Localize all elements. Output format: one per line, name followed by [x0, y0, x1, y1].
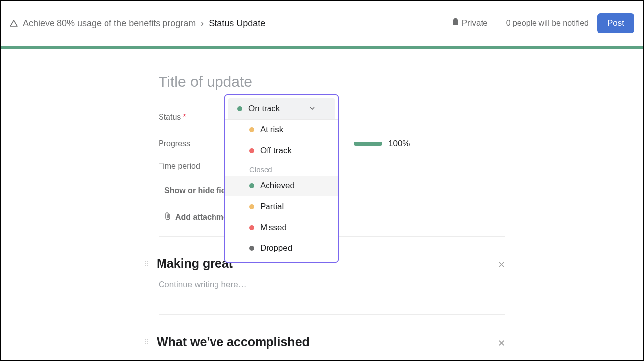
status-option-achieved[interactable]: Achieved	[225, 176, 338, 196]
add-attachment-button[interactable]: Add attachment	[159, 209, 235, 225]
status-option-partial[interactable]: Partial	[225, 196, 338, 217]
chevron-down-icon	[309, 104, 315, 114]
breadcrumb: Achieve 80% usage of the benefits progra…	[10, 18, 452, 29]
chevron-right-icon: ›	[201, 18, 204, 29]
status-dot-icon	[249, 148, 254, 153]
show-hide-fields-button[interactable]: Show or hide field	[159, 183, 233, 198]
status-dot-icon	[249, 127, 254, 132]
breadcrumb-parent[interactable]: Achieve 80% usage of the benefits progra…	[23, 18, 196, 29]
status-field-label: Status*	[159, 113, 230, 121]
status-dot-icon	[237, 106, 242, 111]
status-group-closed-label: Closed	[225, 161, 338, 176]
attachment-icon	[164, 212, 171, 222]
title-input[interactable]: Title of update	[159, 73, 505, 90]
goal-icon	[10, 20, 18, 27]
time-period-field-label: Time period	[159, 162, 230, 171]
status-option-dropped[interactable]: Dropped	[225, 238, 338, 259]
section-body-input[interactable]: Continue writing here…	[159, 280, 505, 290]
status-option-missed[interactable]: Missed	[225, 217, 338, 238]
status-dot-icon	[249, 204, 254, 209]
status-dot-icon	[249, 246, 254, 251]
progress-bar	[354, 142, 382, 146]
breadcrumb-current: Status Update	[209, 18, 265, 29]
lock-icon	[452, 18, 459, 28]
progress-percent: 100%	[388, 139, 410, 149]
divider	[159, 314, 505, 315]
notify-count[interactable]: 0 people will be notified	[506, 19, 589, 28]
section-title[interactable]: What we've accomplished	[157, 335, 310, 349]
section-body-input[interactable]: What have you achieved since the last up…	[159, 358, 505, 361]
status-option-on-track[interactable]: On track	[228, 98, 335, 119]
close-icon[interactable]: ✕	[498, 259, 505, 270]
divider	[497, 16, 497, 30]
progress-field-label: Progress	[159, 139, 230, 148]
status-dot-icon	[249, 225, 254, 230]
update-section: ⠿ What we've accomplished ✕ What have yo…	[159, 335, 505, 361]
drag-handle-icon[interactable]: ⠿	[144, 338, 150, 346]
status-option-off-track[interactable]: Off track	[225, 140, 338, 161]
post-button[interactable]: Post	[597, 13, 634, 33]
privacy-label: Private	[462, 18, 488, 28]
drag-handle-icon[interactable]: ⠿	[144, 260, 150, 268]
section-title[interactable]: Making great	[157, 256, 233, 271]
close-icon[interactable]: ✕	[498, 338, 505, 349]
status-dot-icon	[249, 183, 254, 188]
status-option-at-risk[interactable]: At risk	[225, 120, 338, 140]
privacy-indicator[interactable]: Private	[452, 18, 488, 28]
status-dropdown-menu: On track At risk Off track Closed Achiev…	[224, 94, 339, 263]
